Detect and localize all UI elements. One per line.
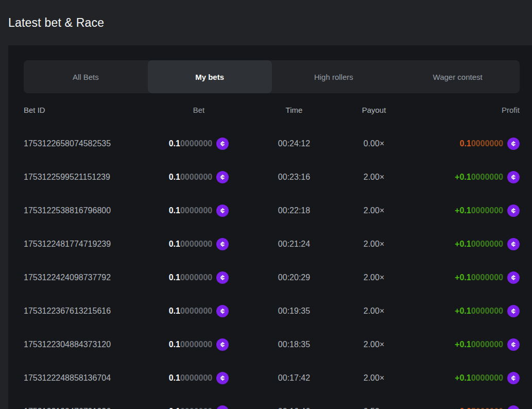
bet-payout: 2.00× [338, 306, 410, 316]
bet-time: 00:18:35 [250, 340, 338, 349]
bet-profit: +0.10000000 ¢ [410, 204, 520, 217]
bet-amount-value: 0.10000000 [169, 273, 213, 282]
bet-amount: 0.10000000 ¢ [147, 138, 250, 150]
bet-profit-value: +0.10000000 [455, 240, 503, 249]
bet-profit: +0.10000000 ¢ [410, 271, 520, 284]
bet-time: 00:19:35 [250, 306, 338, 316]
coin-icon: ¢ [216, 338, 229, 351]
bet-profit-value: +0.10000000 [455, 373, 503, 383]
bet-time: 00:16:46 [250, 407, 338, 409]
coin-icon: ¢ [216, 271, 229, 284]
tabs-bar: All Bets My bets High rollers Wager cont… [24, 60, 520, 93]
page-title: Latest bet & Race [8, 16, 104, 30]
bet-time: 00:22:18 [250, 206, 338, 215]
table-row[interactable]: 1753122424098737792 0.10000000 ¢ 00:20:2… [24, 261, 520, 294]
bet-amount-value: 0.10000000 [169, 206, 213, 215]
bet-profit: 0.10000000 ¢ [410, 138, 520, 150]
bets-table-body: 1753122658074582535 0.10000000 ¢ 00:24:1… [24, 127, 520, 409]
coin-icon: ¢ [216, 372, 229, 384]
bet-payout: 2.00× [338, 173, 410, 182]
coin-icon: ¢ [216, 204, 229, 217]
bet-profit-value: +0.10000000 [455, 173, 503, 182]
bet-time: 00:17:42 [250, 373, 338, 383]
coin-icon: ¢ [507, 305, 520, 317]
bet-profit-value: +0.10000000 [455, 306, 503, 316]
bet-time: 00:20:29 [250, 273, 338, 282]
coin-icon: ¢ [507, 338, 520, 351]
bet-profit: +0.10000000 ¢ [410, 305, 520, 317]
coin-icon: ¢ [507, 405, 520, 409]
bets-panel: All Bets My bets High rollers Wager cont… [8, 45, 532, 409]
coin-icon: ¢ [216, 171, 229, 183]
bet-time: 00:24:12 [250, 139, 338, 148]
column-header-time: Time [250, 106, 338, 114]
table-header: Bet ID Bet Time Payout Profit [24, 99, 520, 120]
bet-amount-value: 0.10000000 [169, 240, 213, 249]
bet-profit-value: 0.05000000 [459, 407, 503, 409]
bet-id: 1753122424098737792 [24, 273, 147, 282]
table-row[interactable]: 1753122248858136704 0.10000000 ¢ 00:17:4… [24, 361, 520, 395]
table-row[interactable]: 1753122481774719239 0.10000000 ¢ 00:21:2… [24, 227, 520, 261]
bet-id: 1753122248858136704 [24, 373, 147, 383]
tab-high-rollers[interactable]: High rollers [272, 60, 396, 93]
bet-amount: 0.10000000 ¢ [147, 171, 250, 183]
bet-id: 1753122599521151239 [24, 173, 147, 182]
coin-icon: ¢ [507, 372, 520, 384]
table-row[interactable]: 1753122658074582535 0.10000000 ¢ 00:24:1… [24, 127, 520, 160]
bet-id: 1753122481774719239 [24, 240, 147, 249]
coin-icon: ¢ [507, 204, 520, 217]
bet-amount: 0.10000000 ¢ [147, 271, 250, 284]
column-header-payout: Payout [338, 106, 410, 114]
bet-profit-value: +0.10000000 [455, 340, 503, 349]
bet-id: 1753122538816796800 [24, 206, 147, 215]
column-header-profit: Profit [410, 106, 520, 114]
tab-wager-contest[interactable]: Wager contest [396, 60, 520, 93]
bet-profit-value: 0.10000000 [459, 139, 503, 148]
bet-amount: 0.10000000 ¢ [147, 305, 250, 317]
bet-amount-value: 0.10000000 [169, 139, 213, 148]
coin-icon: ¢ [216, 138, 229, 150]
bet-amount-value: 0.10000000 [169, 306, 213, 316]
bet-profit-value: +0.10000000 [455, 273, 503, 282]
bet-amount: 0.10000000 ¢ [147, 405, 250, 409]
bet-profit: +0.10000000 ¢ [410, 338, 520, 351]
tab-my-bets[interactable]: My bets [148, 60, 272, 93]
bet-id: 1753122367613215616 [24, 306, 147, 316]
bet-amount: 0.10000000 ¢ [147, 338, 250, 351]
bet-id: 1753122304884373120 [24, 340, 147, 349]
bet-amount-value: 0.10000000 [169, 373, 213, 383]
bet-payout: 2.00× [338, 206, 410, 215]
coin-icon: ¢ [216, 405, 229, 409]
table-row[interactable]: 1753122190476791936 0.10000000 ¢ 00:16:4… [24, 395, 520, 409]
coin-icon: ¢ [216, 238, 229, 250]
table-row[interactable]: 1753122367613215616 0.10000000 ¢ 00:19:3… [24, 294, 520, 328]
bet-profit-value: +0.10000000 [455, 206, 503, 215]
bet-amount: 0.10000000 ¢ [147, 372, 250, 384]
bet-id: 1753122190476791936 [24, 407, 147, 409]
bet-amount-value: 0.10000000 [169, 340, 213, 349]
bet-profit: +0.10000000 ¢ [410, 238, 520, 250]
bet-time: 00:23:16 [250, 173, 338, 182]
table-row[interactable]: 1753122599521151239 0.10000000 ¢ 00:23:1… [24, 160, 520, 194]
page-header: Latest bet & Race [0, 0, 532, 45]
coin-icon: ¢ [507, 138, 520, 150]
bet-payout: 2.00× [338, 273, 410, 282]
bet-payout: 2.00× [338, 340, 410, 349]
column-header-bet: Bet [147, 106, 250, 114]
bet-payout: 2.00× [338, 373, 410, 383]
coin-icon: ¢ [507, 171, 520, 183]
tab-all-bets[interactable]: All Bets [24, 60, 148, 93]
table-row[interactable]: 1753122304884373120 0.10000000 ¢ 00:18:3… [24, 328, 520, 361]
bet-payout: 0.00× [338, 139, 410, 148]
table-row[interactable]: 1753122538816796800 0.10000000 ¢ 00:22:1… [24, 194, 520, 227]
bet-time: 00:21:24 [250, 240, 338, 249]
coin-icon: ¢ [507, 238, 520, 250]
bet-profit: +0.10000000 ¢ [410, 372, 520, 384]
bet-id: 1753122658074582535 [24, 139, 147, 148]
bet-amount: 0.10000000 ¢ [147, 238, 250, 250]
coin-icon: ¢ [216, 305, 229, 317]
bet-payout: 2.00× [338, 240, 410, 249]
bet-amount-value: 0.10000000 [169, 173, 213, 182]
bet-payout: 0.50× [338, 407, 410, 409]
coin-icon: ¢ [507, 271, 520, 284]
